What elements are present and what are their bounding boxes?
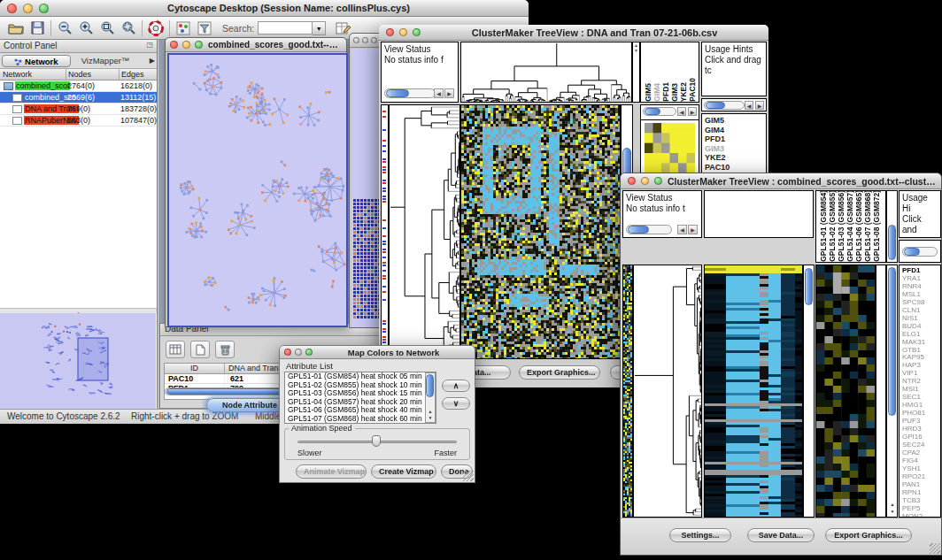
zoom-out-icon[interactable] <box>54 19 75 38</box>
tv1-column-label[interactable]: PFD1 <box>661 82 670 102</box>
attribute-list-item[interactable]: GPL51-07 (GSM868) heat shock 60 min <box>288 415 436 424</box>
tv2-gene-vscroll-thumb[interactable] <box>888 267 896 416</box>
zoom-fit-icon[interactable] <box>118 19 139 38</box>
attribute-list-vscroll-thumb[interactable] <box>426 374 434 397</box>
network-view-title-bar[interactable]: combined_scores_good.txt--cluste... <box>166 38 346 52</box>
tv1-hints-hscroll-thumb[interactable] <box>706 102 725 109</box>
tv1-export-graphics-button[interactable]: Export Graphics... <box>519 365 600 380</box>
col-network[interactable]: Network <box>0 69 66 80</box>
tv2-labels-vscroll-thumb[interactable] <box>888 225 896 260</box>
tv2-export-graphics-button[interactable]: Export Graphics... <box>825 528 912 542</box>
scroll-up-icon[interactable]: ▲ <box>888 501 897 508</box>
tv1-gene-item[interactable]: PAC10 <box>705 163 766 173</box>
main-title-bar[interactable]: Cytoscape Desktop (Session Name: collins… <box>0 0 529 17</box>
resize-grip-icon[interactable] <box>463 471 474 481</box>
tv1-column-label[interactable]: YKE2 <box>679 82 688 102</box>
close-button[interactable] <box>284 349 291 356</box>
treeview1-title-bar[interactable]: ClusterMaker TreeView : DNA and Tran 07-… <box>379 25 768 41</box>
tv2-global-strip[interactable] <box>622 265 633 518</box>
network-row[interactable]: RNAPuberNov2+ 563(0) 107847(0) <box>0 115 157 127</box>
attribute-list-vscrollbar[interactable]: ▲ ▼ <box>425 372 436 423</box>
close-button[interactable] <box>386 28 394 36</box>
tv1-column-label[interactable]: GIM3 <box>670 83 679 102</box>
tv2-settings-button[interactable]: Settings... <box>669 528 731 542</box>
save-icon[interactable] <box>27 19 48 38</box>
scroll-down-icon[interactable]: ▼ <box>426 415 435 421</box>
zoom-button[interactable] <box>39 4 49 13</box>
col-nodes[interactable]: Nodes <box>66 69 120 80</box>
scroll-left-icon[interactable]: ◀ <box>677 107 686 116</box>
tv1-column-label[interactable]: GIM4 <box>652 83 661 102</box>
select-attributes-icon[interactable] <box>166 341 185 358</box>
scroll-right-icon[interactable]: ▶ <box>688 107 697 116</box>
network-row[interactable]: combined_sco 2569(6) 13112(15) <box>0 92 157 104</box>
dialog-title-bar[interactable]: Map Colors to Network <box>280 346 475 359</box>
tv1-gene-item[interactable]: GIM4 <box>705 126 766 135</box>
search-input[interactable] <box>258 21 313 35</box>
vizmapper-shortcut-icon[interactable] <box>173 19 194 38</box>
col-edges[interactable]: Edges <box>120 69 157 80</box>
zoom-button[interactable] <box>654 177 662 185</box>
zoom-in-icon[interactable] <box>75 19 97 38</box>
birds-eye-view[interactable] <box>0 313 156 410</box>
tv2-row-dendrogram[interactable] <box>633 265 702 518</box>
network-canvas[interactable] <box>167 53 348 327</box>
animate-vizmap-button[interactable]: Animate Vizmap <box>296 464 367 479</box>
tv1-gene-item[interactable]: GIM5 <box>705 116 766 126</box>
new-attribute-icon[interactable] <box>190 341 210 358</box>
resize-grip-icon[interactable] <box>930 543 940 554</box>
minimize-button[interactable] <box>362 37 368 43</box>
delete-attribute-icon[interactable] <box>215 341 235 358</box>
tv2-column-label[interactable]: GPL51-01 (GSM854) <box>819 190 828 262</box>
float-panel-icon[interactable]: ◳ <box>146 41 153 49</box>
tv2-column-label[interactable]: GPL51-03 (GSM856) <box>837 190 845 262</box>
network-row[interactable]: DNA and Tran 07 769(0) 183728(0) <box>0 104 157 115</box>
slider-thumb[interactable] <box>372 435 381 447</box>
tv1-heatmap[interactable] <box>460 104 621 359</box>
tv1-column-label[interactable]: PAC10 <box>688 78 697 102</box>
close-button[interactable] <box>353 37 359 43</box>
tv1-matrix-hscrollbar[interactable] <box>643 107 676 116</box>
tv2-heatmap-vscroll-thumb[interactable] <box>805 268 813 305</box>
scroll-right-icon[interactable]: ▶ <box>444 88 454 98</box>
tv2-column-label[interactable]: GPL51-08 (GSM872) <box>872 190 881 262</box>
tv1-gene-item[interactable]: PFD1 <box>705 134 766 144</box>
search-dropdown-arrow-icon[interactable]: ▼ <box>313 21 326 35</box>
create-vizmap-button[interactable]: Create Vizmap <box>371 464 436 479</box>
scroll-left-icon[interactable]: ◀ <box>677 225 687 234</box>
tv2-heatmap[interactable] <box>704 265 803 518</box>
tv2-status-hscroll-thumb[interactable] <box>628 226 649 234</box>
help-lifering-icon[interactable] <box>145 19 166 38</box>
tv1-mini-scroll-strip[interactable]: ▲▼ <box>632 42 640 103</box>
tab-overflow-icon[interactable]: ▶ <box>150 57 155 65</box>
scroll-left-icon[interactable]: ◀ <box>745 101 753 110</box>
minimize-button[interactable] <box>641 177 649 185</box>
tv2-hints-hscrollbar[interactable] <box>902 247 938 257</box>
tv2-hints-hscroll-thumb[interactable] <box>904 248 920 256</box>
scroll-down-icon[interactable]: ▼ <box>888 508 897 515</box>
scroll-right-icon[interactable]: ▶ <box>755 101 764 110</box>
attribute-listbox[interactable]: GPL51-01 (GSM854) heat shock 05 minGPL51… <box>284 372 436 424</box>
zoom-button[interactable] <box>371 37 377 43</box>
scroll-left-icon[interactable]: ◀ <box>434 88 444 98</box>
zoom-selected-icon[interactable] <box>97 19 118 38</box>
close-button[interactable] <box>628 177 636 185</box>
tv2-save-data-button[interactable]: Save Data... <box>747 528 815 542</box>
tv1-status-hscrollbar[interactable] <box>384 88 436 98</box>
tv1-matrix-hscroll-thumb[interactable] <box>645 108 660 115</box>
close-button[interactable] <box>7 4 17 13</box>
minimize-button[interactable] <box>23 4 33 13</box>
minimize-button[interactable] <box>295 349 302 356</box>
minimize-button[interactable] <box>399 28 407 36</box>
network-view-2-title-bar[interactable] <box>350 34 380 48</box>
filter-icon[interactable] <box>194 19 215 38</box>
tv2-heatmap-vscrollbar[interactable] <box>803 265 815 518</box>
tv1-row-dendrogram[interactable] <box>389 104 460 359</box>
open-file-icon[interactable] <box>5 19 27 38</box>
tv2-column-label[interactable]: GPL51-04 (GSM857) <box>845 190 854 262</box>
tv1-hints-hscrollbar[interactable] <box>704 101 745 110</box>
tv1-column-label[interactable]: GIM5 <box>644 83 652 102</box>
treeview2-title-bar[interactable]: ClusterMaker TreeView : combined_scores_… <box>621 173 941 189</box>
scroll-right-icon[interactable]: ▶ <box>688 225 698 234</box>
tab-vizmapper[interactable]: VizMapper™ <box>72 56 139 65</box>
